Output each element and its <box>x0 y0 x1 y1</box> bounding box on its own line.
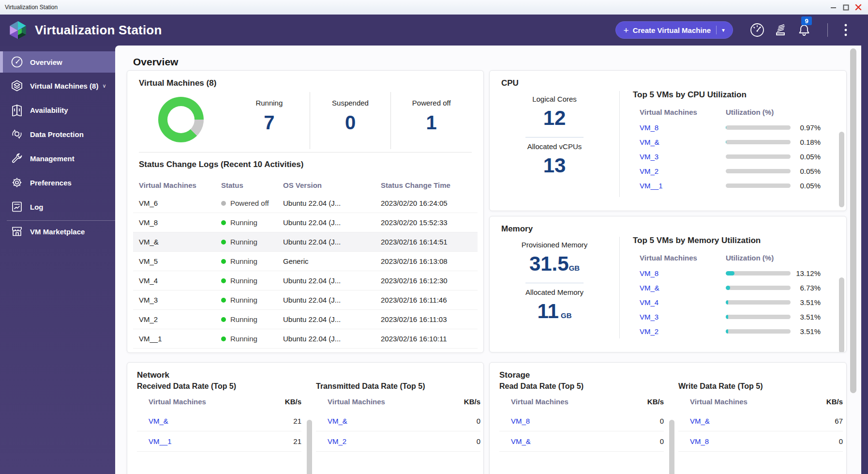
storage-card-title: Storage <box>499 370 530 380</box>
status-dot-running <box>221 336 226 341</box>
vm-link[interactable]: VM_& <box>328 417 347 425</box>
rate-row: VM__1 21 <box>137 431 301 452</box>
status-dot-powered-off <box>221 201 226 206</box>
vm-status-donut-chart <box>158 97 204 142</box>
sidebar-item-vm-marketplace[interactable]: VM Marketplace <box>0 221 115 242</box>
gear-icon <box>11 176 23 189</box>
plus-icon: + <box>624 26 629 35</box>
memory-stats: Provisioned Memory 31.5GB Allocated Memo… <box>490 236 619 322</box>
list-scrollbar[interactable] <box>669 420 674 474</box>
vm-link[interactable]: VM_& <box>640 138 659 146</box>
utilization-bar <box>726 125 791 130</box>
sidebar-item-log[interactable]: Log <box>0 196 115 217</box>
vm-link[interactable]: VM_2 <box>640 327 658 336</box>
memory-card-title: Memory <box>501 224 533 234</box>
data-protection-icon <box>11 128 23 140</box>
vm-link[interactable]: VM_& <box>690 417 710 425</box>
network-card: Network Received Data Rate (Top 5) Virtu… <box>127 362 484 474</box>
utilization-row: VM_2 3.51% <box>633 324 837 338</box>
app-title: Virtualization Station <box>35 23 162 38</box>
utilization-row: VM_8 13.12% <box>633 266 837 280</box>
table-row[interactable]: VM_4 Running Ubuntu 22.04 (J... 2023/02/… <box>133 271 478 291</box>
vm-link[interactable]: VM_4 <box>640 298 658 306</box>
vm-card-title: Virtual Machines (8) <box>139 78 216 88</box>
list-scrollbar[interactable] <box>839 277 844 352</box>
utilization-row: VM__1 0.05% <box>633 178 837 193</box>
rate-row: VM_& 67 <box>678 411 843 431</box>
utilization-bar <box>726 315 791 319</box>
sidebar-item-virtual-machines[interactable]: Virtual Machines (8) ∨ <box>0 75 115 96</box>
window-titlebar: Virtualization Station <box>0 0 868 15</box>
vm-link[interactable]: VM_3 <box>640 153 658 161</box>
rate-row: VM_& 0 <box>316 411 480 431</box>
sidebar-item-management[interactable]: Management <box>0 148 115 169</box>
main-content: Overview Virtual Machines (8) Running 7 … <box>115 46 861 474</box>
background-tasks-icon[interactable] <box>773 22 788 38</box>
table-row[interactable]: VM__1 Running Ubuntu 22.04 (J... 2023/02… <box>133 329 478 349</box>
availability-icon <box>11 104 23 116</box>
vm-link[interactable]: VM_2 <box>640 167 658 175</box>
vm-icon <box>11 79 23 92</box>
gauge-icon <box>11 56 23 68</box>
sidebar-item-overview[interactable]: Overview <box>0 51 115 73</box>
more-options-kebab-icon[interactable] <box>844 23 848 37</box>
top5-memory-utilization: Top 5 VMs by Memory Utilization Virtual … <box>633 236 837 338</box>
minimize-button[interactable] <box>829 3 837 11</box>
stat-divider <box>525 137 584 138</box>
table-row-highlighted[interactable]: VM_& Running Ubuntu 22.04 (J... 2023/02/… <box>133 232 478 252</box>
list-scrollbar[interactable] <box>307 420 312 474</box>
network-card-title: Network <box>137 370 169 380</box>
list-scrollbar[interactable] <box>839 132 844 207</box>
utilization-bar <box>726 154 791 159</box>
vm-link[interactable]: VM_8 <box>640 123 658 132</box>
utilization-bar <box>726 169 791 173</box>
create-virtual-machine-button[interactable]: + Create Virtual Machine ▼ <box>615 21 733 39</box>
status-dot-running <box>221 240 226 245</box>
table-row[interactable]: VM_3 Running Ubuntu 22.04 (J... 2023/02/… <box>133 291 478 310</box>
sidebar-item-data-protection[interactable]: Data Protection <box>0 123 115 145</box>
performance-gauge-icon[interactable] <box>749 22 765 38</box>
notifications-bell-icon[interactable]: 9 <box>796 22 812 38</box>
vm-link[interactable]: VM_& <box>640 284 659 292</box>
vm-link[interactable]: VM_8 <box>690 437 709 445</box>
main-scrollbar[interactable] <box>850 48 856 393</box>
close-button[interactable] <box>854 3 862 11</box>
memory-card: Memory Provisioned Memory 31.5GB Allocat… <box>489 216 847 352</box>
utilization-row: VM_& 0.18% <box>633 135 837 149</box>
utilization-row: VM_8 0.97% <box>633 120 837 135</box>
vm-link[interactable]: VM_2 <box>328 437 346 445</box>
sidebar-item-preferences[interactable]: Preferences <box>0 172 115 193</box>
powered-off-counter: Powered off 1 <box>390 92 472 149</box>
log-icon <box>11 200 23 213</box>
status-change-logs-title: Status Change Logs (Recent 10 Activities… <box>139 160 303 169</box>
chevron-down-icon[interactable]: ∨ <box>102 83 106 89</box>
transmitted-data-rate-table: Transmitted Data Rate (Top 5) Virtual Ma… <box>316 382 480 452</box>
utilization-row: VM_4 3.51% <box>633 295 837 309</box>
table-row[interactable]: VM_5 Running Generic 2023/02/16 16:13:08 <box>133 252 478 271</box>
status-change-logs-table: Virtual Machines Status OS Version Statu… <box>133 176 478 349</box>
table-row[interactable]: VM_8 Running Ubuntu 22.04 (J... 2023/02/… <box>133 213 478 232</box>
sidebar-item-availability[interactable]: Availability <box>0 99 115 121</box>
app-header: Virtualization Station + Create Virtual … <box>0 15 868 46</box>
vm-link[interactable]: VM_& <box>511 437 531 445</box>
vm-link[interactable]: VM__1 <box>640 182 663 190</box>
status-dot-running <box>221 220 226 225</box>
vm-link[interactable]: VM_3 <box>640 313 658 321</box>
vm-link[interactable]: VM__1 <box>149 437 172 445</box>
storage-card: Storage Read Data Rate (Top 5) Virtual M… <box>489 362 847 474</box>
utilization-bar <box>726 183 791 188</box>
table-row[interactable]: VM_6 Powered off Ubuntu 22.04 (J... 2023… <box>133 194 478 213</box>
vm-link[interactable]: VM_& <box>149 417 168 425</box>
maximize-button[interactable] <box>842 3 850 11</box>
cpu-card-title: CPU <box>501 78 519 88</box>
table-row[interactable]: VM_2 Running Ubuntu 22.04 (J... 2023/02/… <box>133 310 478 329</box>
vm-link[interactable]: VM_8 <box>640 269 658 277</box>
sidebar: Overview Virtual Machines (8) ∨ Availabi… <box>0 46 115 474</box>
status-dot-running <box>221 278 226 283</box>
store-icon <box>11 225 23 238</box>
button-divider <box>716 26 717 34</box>
vm-link[interactable]: VM_8 <box>511 417 530 425</box>
rate-row: VM_& 0 <box>499 431 664 452</box>
vertical-divider <box>619 91 620 197</box>
chevron-down-icon[interactable]: ▼ <box>721 28 726 33</box>
